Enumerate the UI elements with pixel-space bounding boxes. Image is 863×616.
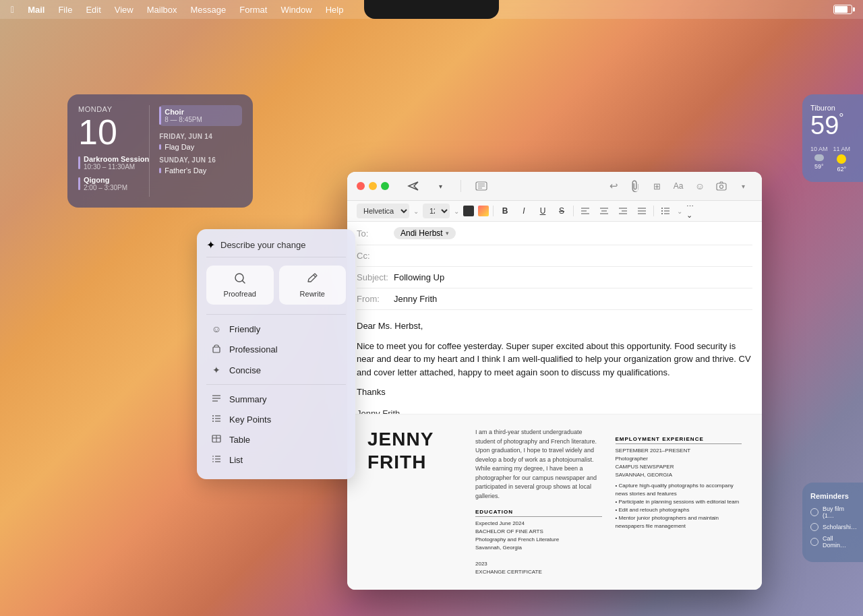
choir-title: Choir	[165, 108, 237, 116]
from-field: From: Jenny Frith	[357, 288, 752, 310]
emoji-button[interactable]: ☺	[690, 179, 709, 193]
align-left-button[interactable]	[578, 204, 593, 218]
format-button[interactable]	[472, 179, 491, 193]
font-size-chevron: ⌄	[454, 208, 459, 215]
calendar-events-section: Choir 8 — 8:45PM FRIDAY, JUN 14 Flag Day…	[149, 105, 242, 197]
traffic-lights	[357, 182, 389, 190]
format-divider-2	[573, 206, 574, 216]
mail-body[interactable]: Dear Ms. Herbst, Nice to meet you for co…	[347, 310, 762, 414]
writing-tools-title: Describe your change	[220, 240, 305, 250]
cv-employment: EMPLOYMENT EXPERIENCE SEPTEMBER 2021–PRE…	[616, 436, 742, 530]
apple-menu-icon[interactable]: 	[11, 4, 14, 15]
friday-header: FRIDAY, JUN 14	[159, 133, 242, 140]
menu-window[interactable]: Window	[280, 5, 311, 15]
undo-button[interactable]: ↩	[604, 179, 623, 193]
subject-field[interactable]: Subject: Following Up	[357, 267, 752, 288]
recipient-chevron: ▾	[446, 230, 449, 237]
key-points-menu-item[interactable]: Key Points	[206, 409, 346, 429]
svg-line-26	[314, 275, 316, 277]
font-selector-chevron: ⌄	[413, 208, 419, 215]
menubar-right	[833, 5, 852, 14]
weather-hour-11am: 11 AM 62°	[833, 146, 851, 173]
send-button[interactable]	[404, 179, 423, 193]
rewrite-button[interactable]: Rewrite	[279, 266, 347, 305]
more-button[interactable]: ⋯ ⌄	[686, 204, 701, 218]
mail-header-fields: To: Andi Herbst ▾ Cc: Subject: Following…	[347, 222, 762, 310]
justify-button[interactable]	[634, 204, 649, 218]
menu-mail[interactable]: Mail	[28, 5, 44, 15]
menu-view[interactable]: View	[115, 5, 133, 15]
cv-name: JENNY FRITH	[367, 428, 455, 473]
send-options-button[interactable]: ▾	[431, 179, 450, 193]
align-right-button[interactable]	[616, 204, 630, 218]
list-button[interactable]	[658, 204, 673, 218]
friendly-menu-item[interactable]: ☺ Friendly	[206, 319, 346, 339]
underline-button[interactable]: U	[535, 204, 550, 218]
align-center-button[interactable]	[597, 204, 612, 218]
calendar-day: MONDAY	[78, 105, 149, 113]
professional-menu-item[interactable]: Professional	[206, 339, 346, 360]
friendly-label: Friendly	[229, 324, 260, 334]
insert-button[interactable]: ⊞	[647, 179, 666, 193]
photo-button[interactable]	[712, 179, 731, 193]
reminder-text-2: Scholarshi…	[823, 524, 857, 530]
photo-options-button[interactable]: ▾	[734, 179, 752, 193]
professional-icon	[210, 344, 222, 355]
key-points-label: Key Points	[229, 414, 271, 425]
menu-edit[interactable]: Edit	[86, 5, 100, 15]
writing-tools-popup: ✦ Describe your change Proofread Rewrite	[197, 229, 355, 479]
strikethrough-button[interactable]: S	[554, 204, 569, 218]
minimize-button[interactable]	[369, 182, 377, 190]
recipient-name: Andi Herbst	[400, 228, 443, 238]
cv-employment-duties: • Capture high-quality photographs to ac…	[616, 482, 742, 530]
menu-message[interactable]: Message	[191, 5, 227, 15]
table-menu-item[interactable]: Table	[206, 429, 346, 450]
signature-name: Jenny Frith	[357, 407, 752, 414]
font-button[interactable]: Aa	[669, 179, 688, 193]
close-button[interactable]	[357, 182, 365, 190]
menu-mailbox[interactable]: Mailbox	[147, 5, 177, 15]
flag-day-title: Flag Day	[165, 143, 242, 151]
menu-help[interactable]: Help	[326, 5, 344, 15]
reminder-item-2: Scholarshi…	[810, 523, 855, 531]
darkroom-event-title: Darkroom Session	[84, 155, 149, 163]
fathers-day-event: Father's Day	[159, 166, 242, 175]
menu-format[interactable]: Format	[239, 5, 267, 15]
darkroom-event-time: 10:30 – 11:30AM	[84, 163, 149, 171]
proofread-button[interactable]: Proofread	[206, 266, 274, 305]
cv-name-section: JENNY FRITH	[367, 428, 455, 576]
weather-hour-10am: 10 AM 59°	[810, 146, 828, 173]
mail-window: ▾ ↩ ⊞ Aa ☺	[347, 172, 762, 590]
font-size-select[interactable]: 12	[423, 204, 450, 218]
cc-field[interactable]: Cc:	[357, 245, 752, 267]
cloud-icon	[814, 154, 824, 161]
svg-point-5	[720, 185, 723, 189]
fullscreen-button[interactable]	[381, 182, 389, 190]
calendar-event-darkroom: Darkroom Session 10:30 – 11:30AM	[78, 155, 149, 171]
to-field: To: Andi Herbst ▾	[357, 222, 752, 245]
reminder-item-3: Call Domin…	[810, 535, 855, 549]
recipient-badge[interactable]: Andi Herbst ▾	[394, 227, 456, 239]
cv-bio-text: I am a third-year student undergraduate …	[475, 428, 602, 501]
summary-menu-item[interactable]: Summary	[206, 389, 346, 409]
font-family-select[interactable]: Helvetica	[357, 204, 409, 218]
wt-divider-2	[206, 384, 346, 385]
list-menu-item[interactable]: List	[206, 450, 346, 470]
svg-point-35	[212, 421, 214, 422]
concise-menu-item[interactable]: ✦ Concise	[206, 360, 346, 380]
svg-rect-27	[213, 347, 220, 352]
highlight-color-picker[interactable]	[478, 206, 489, 216]
from-label: From:	[357, 294, 394, 304]
attach-button[interactable]	[626, 179, 645, 193]
font-color-picker[interactable]	[463, 206, 474, 216]
svg-point-18	[661, 208, 663, 209]
menu-file[interactable]: File	[58, 5, 72, 15]
cv-employment-section: EMPLOYMENT EXPERIENCE SEPTEMBER 2021–PRE…	[616, 428, 742, 576]
svg-point-33	[212, 418, 214, 419]
svg-point-31	[212, 415, 214, 417]
bold-button[interactable]: B	[498, 204, 512, 218]
format-divider-1	[493, 206, 494, 216]
qigong-event-time: 2:00 – 3:30PM	[84, 184, 149, 191]
italic-button[interactable]: I	[516, 204, 531, 218]
summary-label: Summary	[229, 394, 267, 404]
